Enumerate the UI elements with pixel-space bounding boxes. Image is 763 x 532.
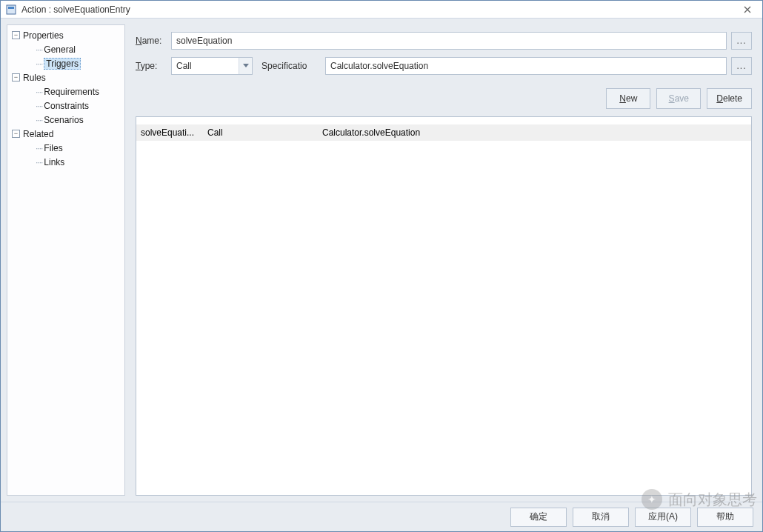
name-row: Name: ... [136,32,752,50]
help-button[interactable]: 帮助 [697,508,753,527]
name-browse-button[interactable]: ... [731,32,752,50]
new-button[interactable]: New [606,88,650,109]
tree-node-links[interactable]: ····Links [7,155,124,169]
specification-input[interactable] [325,57,727,75]
collapse-icon[interactable]: − [12,73,20,82]
name-label: Name: [136,36,167,46]
collapse-icon[interactable]: − [12,31,20,39]
dialog-footer: 确定 取消 应用(A) 帮助 [1,502,762,531]
dialog-body: − Properties ····General ····Triggers − … [1,19,762,502]
save-button: Save [656,88,701,109]
window-title: Action : solveEquationEntry [21,4,733,15]
tree-node-requirements[interactable]: ····Requirements [7,84,124,99]
tree-node-files[interactable]: ····Files [7,141,124,155]
list-item[interactable]: solveEquati... Call Calculator.solveEqua… [136,124,751,141]
nav-tree: − Properties ····General ····Triggers − … [7,24,125,496]
type-label: Type: [136,61,167,71]
triggers-list[interactable]: solveEquati... Call Calculator.solveEqua… [136,116,752,496]
dialog-window: Action : solveEquationEntry − Properties… [0,0,763,532]
main-panel: Name: ... Type: Call Specificatio ... Ne… [128,19,762,502]
tree-node-scenarios[interactable]: ····Scenarios [7,113,124,127]
tree-node-properties[interactable]: − Properties [7,28,124,42]
type-row: Type: Call Specificatio ... [136,57,752,75]
list-cell-spec: Calculator.solveEquation [318,127,751,138]
cancel-button[interactable]: 取消 [573,508,629,527]
tree-node-triggers[interactable]: ····Triggers [7,56,124,70]
collapse-icon[interactable]: − [12,130,20,138]
tree-node-rules[interactable]: − Rules [7,70,124,84]
chevron-down-icon[interactable] [239,58,252,74]
action-buttons: New Save Delete [136,88,752,109]
list-cell-type: Call [203,127,318,138]
tree-node-related[interactable]: − Related [7,127,124,141]
type-combo[interactable]: Call [171,57,253,75]
ok-button[interactable]: 确定 [510,508,567,527]
svg-rect-0 [7,5,16,14]
close-button[interactable] [737,3,758,16]
app-icon [5,4,17,16]
tree-node-general[interactable]: ····General [7,42,124,56]
specification-browse-button[interactable]: ... [731,57,752,75]
specification-label: Specificatio [261,61,321,71]
apply-button[interactable]: 应用(A) [635,508,691,527]
titlebar: Action : solveEquationEntry [1,1,762,19]
list-cell-name: solveEquati... [136,127,203,138]
delete-button[interactable]: Delete [707,88,752,109]
tree-node-constraints[interactable]: ····Constraints [7,99,124,113]
name-input[interactable] [171,32,727,50]
svg-rect-1 [8,7,14,9]
type-value: Call [172,61,239,71]
